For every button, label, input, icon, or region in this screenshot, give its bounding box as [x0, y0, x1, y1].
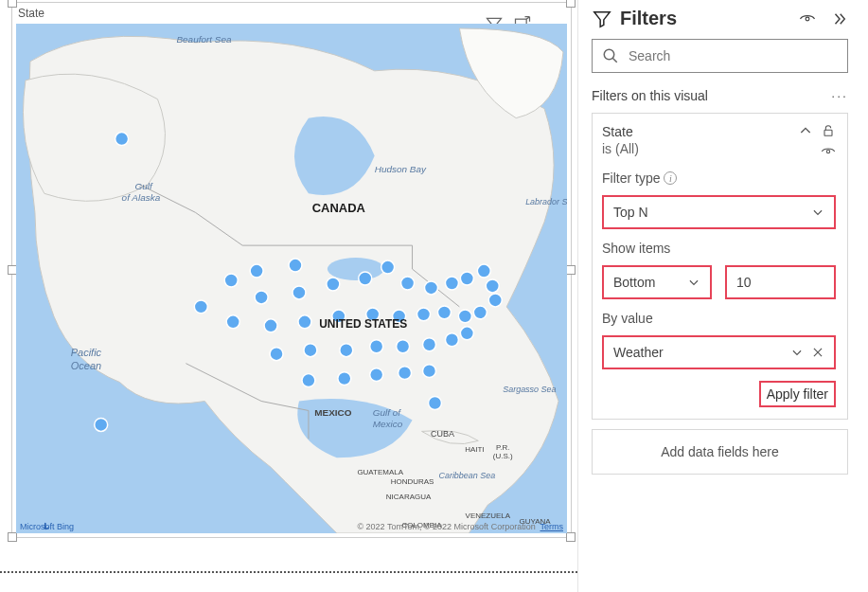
page-boundary [0, 571, 577, 573]
resize-handle[interactable] [566, 265, 576, 275]
chevron-down-icon[interactable] [790, 346, 804, 359]
remove-field-icon[interactable] [811, 346, 824, 359]
svg-text:Hudson Bay: Hudson Bay [375, 164, 427, 174]
svg-point-41 [370, 368, 383, 382]
svg-point-21 [226, 315, 239, 329]
svg-point-33 [340, 344, 353, 357]
svg-point-32 [304, 344, 317, 357]
filter-type-label: Filter type i [602, 170, 836, 186]
resize-handle[interactable] [566, 0, 576, 8]
svg-text:UNITED STATES: UNITED STATES [319, 317, 407, 331]
svg-point-16 [460, 272, 473, 285]
search-input[interactable] [629, 48, 838, 63]
svg-point-72 [826, 150, 829, 152]
map-canvas[interactable]: CANADA UNITED STATES MEXICO CUBA HAITI P… [16, 24, 567, 533]
svg-text:CANADA: CANADA [312, 201, 365, 215]
svg-text:Beaufort Sea: Beaufort Sea [176, 34, 232, 45]
svg-text:Caribbean Sea: Caribbean Sea [438, 471, 495, 480]
svg-point-29 [458, 310, 471, 323]
svg-text:Ocean: Ocean [71, 360, 101, 371]
section-more-icon[interactable]: ··· [831, 88, 848, 103]
svg-point-36 [423, 338, 436, 351]
svg-point-10 [327, 278, 340, 291]
visibility-icon[interactable] [799, 10, 816, 27]
svg-point-6 [289, 259, 302, 272]
show-items-direction-select[interactable]: Bottom [602, 265, 712, 299]
filter-summary: is (All) [602, 140, 639, 157]
svg-point-28 [437, 306, 451, 319]
svg-point-20 [194, 300, 207, 314]
svg-text:VENEZUELA: VENEZUELA [466, 511, 511, 520]
add-data-fields-well[interactable]: Add data fields here [592, 429, 848, 475]
filters-search[interactable] [592, 39, 848, 73]
svg-point-22 [264, 319, 277, 332]
show-items-count-input[interactable]: 10 [725, 265, 836, 299]
chevron-down-icon [811, 206, 824, 219]
svg-point-34 [370, 340, 383, 353]
svg-point-35 [397, 340, 410, 353]
svg-point-44 [429, 397, 442, 410]
svg-text:P.R.: P.R. [496, 443, 509, 452]
filter-field-name: State [602, 123, 639, 140]
filter-card-state: State is (All) Filter type i Top N Show … [592, 113, 848, 420]
svg-text:Mexico: Mexico [373, 419, 403, 429]
filter-type-select[interactable]: Top N [602, 195, 836, 229]
show-items-label: Show items [602, 241, 836, 256]
svg-text:Gulf of: Gulf of [373, 407, 402, 418]
filter-icon [592, 9, 612, 29]
svg-text:Sargasso Sea: Sargasso Sea [503, 385, 556, 394]
map-attribution-right: © 2022 TomTom, © 2022 Microsoft Corporat… [357, 522, 563, 531]
svg-point-9 [292, 286, 306, 299]
svg-point-40 [338, 372, 351, 386]
svg-point-70 [604, 49, 614, 60]
svg-text:GUATEMALA: GUATEMALA [357, 468, 403, 476]
visual-title: State [18, 7, 44, 20]
svg-point-3 [115, 133, 129, 146]
svg-point-17 [477, 264, 490, 278]
svg-point-13 [401, 277, 415, 290]
svg-text:MEXICO: MEXICO [314, 407, 352, 418]
resize-handle[interactable] [566, 532, 576, 542]
svg-text:Labrador Sea: Labrador Sea [525, 197, 567, 206]
svg-point-12 [381, 260, 395, 274]
resize-handle[interactable] [8, 0, 17, 8]
apply-filter-button[interactable]: Apply filter [759, 381, 836, 407]
svg-text:(U.S.): (U.S.) [493, 452, 513, 460]
info-icon[interactable]: i [664, 171, 677, 185]
svg-point-4 [95, 418, 108, 431]
terms-link[interactable]: Terms [540, 522, 564, 531]
svg-point-2 [328, 258, 384, 280]
svg-text:of Alaska: of Alaska [122, 192, 161, 203]
filters-pane: Filters Filters on this visual ··· State… [577, 0, 861, 592]
svg-point-30 [473, 306, 487, 319]
svg-point-7 [224, 274, 238, 287]
filters-pane-title: Filters [620, 8, 791, 29]
filters-section-header: Filters on this visual ··· [592, 88, 848, 103]
svg-text:HONDURAS: HONDURAS [391, 477, 434, 486]
resize-handle[interactable] [8, 532, 17, 542]
visibility-icon[interactable] [821, 144, 836, 159]
svg-point-19 [488, 294, 502, 307]
svg-point-15 [445, 277, 458, 290]
svg-text:Gulf: Gulf [135, 181, 153, 191]
collapse-pane-icon[interactable] [831, 10, 848, 27]
svg-point-69 [806, 17, 809, 21]
bing-icon [20, 522, 74, 531]
svg-point-11 [359, 272, 372, 285]
svg-point-31 [270, 348, 283, 361]
by-value-field-well[interactable]: Weather [602, 335, 836, 369]
chevron-down-icon [687, 276, 700, 289]
filters-pane-header: Filters [592, 8, 848, 29]
svg-point-39 [302, 374, 315, 387]
svg-point-18 [486, 279, 499, 293]
svg-point-14 [425, 281, 438, 295]
svg-point-8 [255, 291, 268, 304]
svg-text:Pacific: Pacific [71, 347, 102, 358]
svg-point-38 [460, 327, 473, 340]
map-attribution-left: Microsoft Bing [20, 522, 74, 531]
lock-icon[interactable] [821, 123, 836, 138]
collapse-card-icon[interactable] [798, 123, 813, 138]
by-value-label: By value [602, 311, 836, 326]
svg-point-23 [298, 315, 311, 329]
map-visual[interactable]: State ⋯ [11, 2, 572, 538]
